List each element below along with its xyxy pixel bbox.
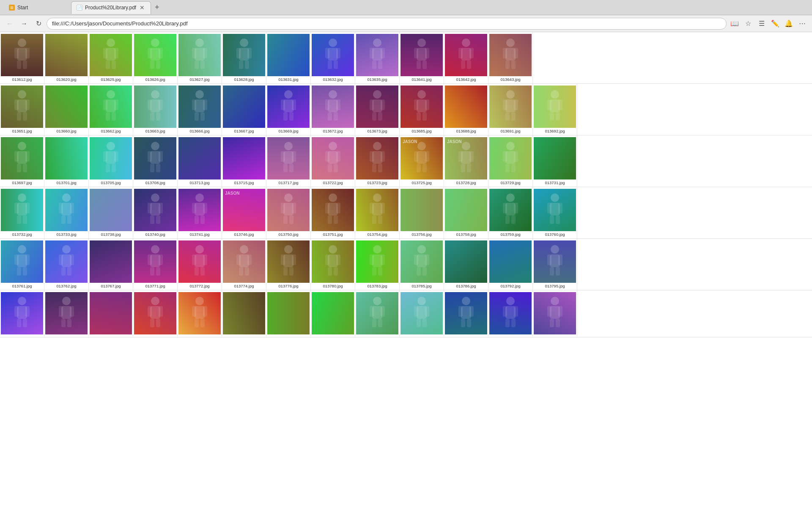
- edit-icon[interactable]: ✏️: [769, 17, 782, 30]
- image-cell[interactable]: 013729.jpg: [488, 135, 533, 187]
- image-cell[interactable]: 013754.jpg: [355, 187, 400, 238]
- image-cell[interactable]: 013715.jpg: [222, 135, 266, 187]
- image-cell[interactable]: 013651.jpg: [0, 84, 44, 135]
- more-icon[interactable]: ⋯: [796, 17, 809, 30]
- image-cell[interactable]: [400, 290, 444, 337]
- svg-point-114: [551, 90, 559, 99]
- image-cell[interactable]: 013771.jpg: [133, 239, 178, 290]
- image-cell[interactable]: 013792.jpg: [488, 239, 533, 290]
- back-button[interactable]: ←: [3, 17, 16, 30]
- image-cell[interactable]: 013780.jpg: [311, 239, 355, 290]
- image-cell[interactable]: 013758.jpg: [444, 187, 488, 238]
- image-label: 013620.jpg: [56, 77, 76, 82]
- image-cell[interactable]: [89, 290, 133, 337]
- image-cell[interactable]: [0, 290, 44, 337]
- content-area[interactable]: 013612.jpg013620.jpg 013625.jpg 013626.j…: [0, 32, 812, 508]
- image-cell[interactable]: [355, 290, 400, 337]
- image-cell[interactable]: [133, 290, 178, 337]
- image-cell[interactable]: 013612.jpg: [0, 32, 44, 83]
- image-cell[interactable]: 013740.jpg: [133, 187, 178, 238]
- image-cell[interactable]: 013691.jpg: [488, 84, 533, 135]
- image-cell[interactable]: JASON013725.jpg: [400, 135, 444, 187]
- image-cell[interactable]: [533, 290, 577, 337]
- image-cell[interactable]: JASON013746.jpg: [222, 187, 266, 238]
- image-cell[interactable]: 013672.jpg: [311, 84, 355, 135]
- menu-icon[interactable]: ☰: [755, 17, 768, 30]
- image-cell[interactable]: 013635.jpg: [355, 32, 400, 83]
- image-cell[interactable]: 013731.jpg: [533, 135, 577, 187]
- image-cell[interactable]: [311, 290, 355, 337]
- image-cell[interactable]: 013688.jpg: [444, 84, 488, 135]
- image-cell[interactable]: 013705.jpg: [89, 135, 133, 187]
- image-cell[interactable]: 013785.jpg: [400, 239, 444, 290]
- image-cell[interactable]: 013786.jpg: [444, 239, 488, 290]
- image-cell[interactable]: 013783.jpg: [355, 239, 400, 290]
- refresh-button[interactable]: ↻: [32, 17, 45, 30]
- svg-rect-135: [159, 151, 163, 162]
- image-cell[interactable]: 013666.jpg: [178, 84, 222, 135]
- image-cell[interactable]: 013692.jpg: [533, 84, 577, 135]
- svg-rect-140: [281, 151, 285, 162]
- new-tab-button[interactable]: +: [151, 2, 163, 14]
- image-cell[interactable]: 013669.jpg: [266, 84, 311, 135]
- image-cell[interactable]: 013660.jpg: [44, 84, 89, 135]
- address-bar[interactable]: file:///C:/Users/jason/Documents/Product…: [47, 18, 727, 30]
- image-cell[interactable]: 013759.jpg: [488, 187, 533, 238]
- image-cell[interactable]: 013776.jpg: [266, 239, 311, 290]
- image-cell[interactable]: 013628.jpg: [222, 32, 266, 83]
- image-cell[interactable]: [488, 290, 533, 337]
- image-cell[interactable]: 013722.jpg: [311, 135, 355, 187]
- image-cell[interactable]: 013641.jpg: [400, 32, 444, 83]
- image-cell[interactable]: [178, 290, 222, 337]
- image-cell[interactable]: 013751.jpg: [311, 187, 355, 238]
- svg-rect-232: [17, 267, 21, 276]
- image-cell[interactable]: 013761.jpg: [0, 239, 44, 290]
- image-cell[interactable]: 013732.jpg: [0, 187, 44, 238]
- image-cell[interactable]: 013762.jpg: [44, 239, 89, 290]
- tab-start[interactable]: ⊞ Start: [3, 1, 71, 14]
- image-cell[interactable]: 013685.jpg: [400, 84, 444, 135]
- image-cell[interactable]: 013774.jpg: [222, 239, 266, 290]
- image-cell[interactable]: [266, 290, 311, 337]
- image-cell[interactable]: 013767.jpg: [89, 239, 133, 290]
- image-cell[interactable]: 013738.jpg: [89, 187, 133, 238]
- image-cell[interactable]: 013741.jpg: [178, 187, 222, 238]
- reader-view-icon[interactable]: 📖: [728, 17, 741, 30]
- image-cell[interactable]: 013760.jpg: [533, 187, 577, 238]
- image-cell[interactable]: 013631.jpg: [266, 32, 311, 83]
- image-cell[interactable]: 013713.jpg: [178, 135, 222, 187]
- image-cell[interactable]: 013667.jpg: [222, 84, 266, 135]
- image-cell[interactable]: 013620.jpg: [44, 32, 89, 83]
- image-cell[interactable]: 013662.jpg: [89, 84, 133, 135]
- svg-point-42: [417, 39, 426, 47]
- image-cell[interactable]: 013643.jpg: [488, 32, 533, 83]
- image-cell[interactable]: 013663.jpg: [133, 84, 178, 135]
- image-cell[interactable]: 013626.jpg: [133, 32, 178, 83]
- tab-close-icon[interactable]: ✕: [139, 4, 145, 11]
- image-cell[interactable]: 013717.jpg: [266, 135, 311, 187]
- image-cell[interactable]: [444, 290, 488, 337]
- image-cell[interactable]: [44, 290, 89, 337]
- image-cell[interactable]: 013632.jpg: [311, 32, 355, 83]
- svg-rect-249: [203, 254, 207, 265]
- image-cell[interactable]: JASON013728.jpg: [444, 135, 488, 187]
- image-cell[interactable]: 013723.jpg: [355, 135, 400, 187]
- image-cell[interactable]: 013733.jpg: [44, 187, 89, 238]
- forward-button[interactable]: →: [18, 17, 30, 30]
- image-cell[interactable]: 013627.jpg: [178, 32, 222, 83]
- image-cell[interactable]: 013673.jpg: [355, 84, 400, 135]
- image-cell[interactable]: 013795.jpg: [533, 239, 577, 290]
- image-cell[interactable]: 013697.jpg: [0, 135, 44, 187]
- svg-rect-39: [381, 48, 385, 58]
- image-cell[interactable]: 013750.jpg: [266, 187, 311, 238]
- image-cell[interactable]: 013701.jpg: [44, 135, 89, 187]
- image-cell[interactable]: [222, 290, 266, 337]
- tab-pdf[interactable]: 📄 Product%20Library.pdf ✕: [71, 1, 151, 14]
- image-cell[interactable]: 013708.jpg: [133, 135, 178, 187]
- image-cell[interactable]: 013772.jpg: [178, 239, 222, 290]
- image-cell[interactable]: 013625.jpg: [89, 32, 133, 83]
- image-cell[interactable]: 013642.jpg: [444, 32, 488, 83]
- bookmark-icon[interactable]: ☆: [742, 17, 754, 30]
- notification-icon[interactable]: 🔔: [782, 17, 795, 30]
- image-cell[interactable]: 013756.jpg: [400, 187, 444, 238]
